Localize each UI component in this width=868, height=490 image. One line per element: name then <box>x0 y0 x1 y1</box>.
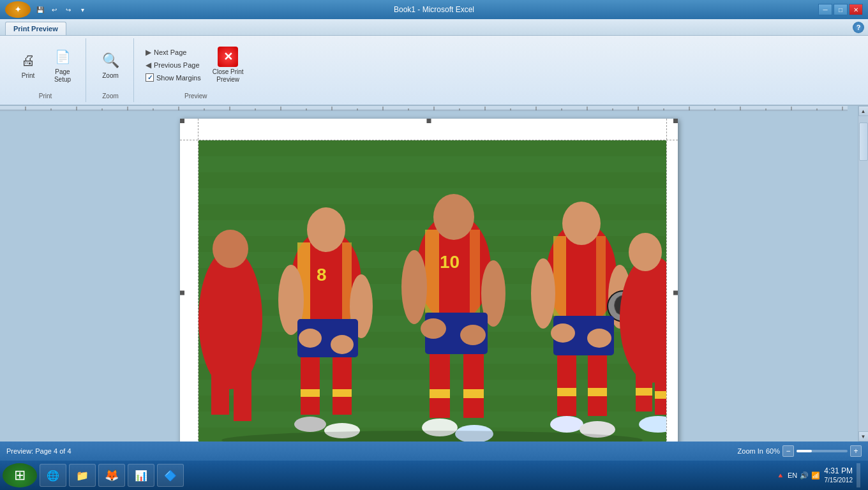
edge-top-mid <box>427 119 431 123</box>
volume-icon: 🔊 <box>800 471 809 480</box>
status-bar: Preview: Page 4 of 4 Zoom In 60% − + <box>0 442 868 461</box>
show-desktop-button[interactable] <box>857 463 860 487</box>
svg-point-99 <box>629 233 662 271</box>
svg-rect-62 <box>425 230 439 313</box>
page-setup-icon: 📄 <box>52 47 73 67</box>
title-bar-left: ✦ 💾 ↩ ↪ ▾ <box>5 1 88 18</box>
corner-tr <box>673 119 678 123</box>
tab-print-preview[interactable]: Print Preview <box>5 22 66 35</box>
print-group-label: Print <box>39 90 52 100</box>
zoom-label: Zoom <box>102 72 119 80</box>
status-right: Zoom In 60% − + <box>738 445 862 457</box>
scroll-up-button[interactable]: ▲ <box>858 106 869 116</box>
show-margins-toggle[interactable]: ✓ Show Margins <box>143 72 204 83</box>
svg-rect-103 <box>655 391 666 399</box>
svg-point-59 <box>299 329 322 348</box>
edge-right-mid <box>673 290 678 295</box>
soccer-image: 8 <box>198 140 666 442</box>
close-print-preview-button[interactable]: ✕ Close Print Preview <box>207 44 249 86</box>
windows-icon: ⊞ <box>14 467 26 484</box>
svg-rect-89 <box>588 388 607 396</box>
next-page-button[interactable]: ▶ Next Page <box>143 47 204 58</box>
redo-button[interactable]: ↪ <box>63 4 74 15</box>
svg-point-94 <box>198 249 262 389</box>
svg-rect-101 <box>655 360 666 415</box>
svg-rect-56 <box>333 389 352 397</box>
corner-tl <box>180 119 184 123</box>
ie-icon: 🌐 <box>45 468 61 483</box>
svg-rect-69 <box>430 354 450 418</box>
taskbar-explorer-files[interactable]: 📁 <box>69 464 96 487</box>
main-area: 8 <box>0 106 868 442</box>
zoom-out-button[interactable]: − <box>782 445 794 457</box>
svg-point-90 <box>550 416 583 433</box>
svg-rect-36 <box>198 172 666 188</box>
taskbar-firefox[interactable]: 🦊 <box>98 464 125 487</box>
svg-point-76 <box>460 325 486 345</box>
zoom-control: Zoom In 60% − + <box>738 445 862 457</box>
network-status-icon: 📶 <box>811 471 820 480</box>
maximize-button[interactable]: □ <box>834 4 848 15</box>
scroll-track <box>858 116 869 431</box>
system-tray: 🔺 EN 🔊 📶 <box>776 471 820 480</box>
zoom-button[interactable]: 🔍 Zoom <box>95 48 126 82</box>
page-with-ruler: 8 <box>180 116 678 442</box>
zoom-percent: 60% <box>766 447 780 455</box>
svg-point-75 <box>421 318 446 339</box>
svg-rect-78 <box>553 236 566 316</box>
clock-date: 7/15/2012 <box>824 476 853 484</box>
previous-page-button[interactable]: ◀ Previous Page <box>143 59 204 71</box>
svg-point-95 <box>213 230 248 268</box>
svg-point-80 <box>562 202 601 245</box>
svg-text:10: 10 <box>440 252 460 272</box>
zoom-slider-fill <box>797 450 812 452</box>
taskbar-right: 🔺 EN 🔊 📶 4:31 PM 7/15/2012 <box>776 463 865 487</box>
svg-rect-97 <box>234 364 251 421</box>
vertical-scrollbar[interactable]: ▲ ▼ <box>858 106 868 442</box>
taskbar-ie[interactable]: 🌐 <box>40 464 66 487</box>
start-button[interactable]: ⊞ <box>3 463 37 487</box>
undo-button[interactable]: ↩ <box>49 4 60 15</box>
explorer-icon: 📁 <box>75 468 90 483</box>
svg-rect-86 <box>557 355 576 416</box>
customize-button[interactable]: ▾ <box>77 4 88 15</box>
previous-page-label: Previous Page <box>154 61 200 69</box>
show-margins-label: Show Margins <box>156 74 201 82</box>
close-preview-label: Close Print Preview <box>213 68 244 84</box>
svg-rect-96 <box>211 357 229 415</box>
print-button[interactable]: 🖨 Print <box>13 48 43 82</box>
taskbar-app5[interactable]: 🔷 <box>157 464 184 487</box>
taskbar-excel[interactable]: 📊 <box>128 464 154 487</box>
zoom-group-label: Zoom <box>102 90 119 100</box>
svg-point-81 <box>531 258 555 329</box>
save-button[interactable]: 💾 <box>34 4 46 15</box>
taskbar: ⊞ 🌐 📁 🦊 📊 🔷 🔺 EN 🔊 📶 4:31 PM 7/15/2012 <box>0 461 868 490</box>
zoom-slider[interactable] <box>797 450 848 452</box>
svg-rect-53 <box>301 357 320 415</box>
help-button[interactable]: ? <box>853 22 864 33</box>
zoom-in-button[interactable]: + <box>850 445 862 457</box>
svg-text:8: 8 <box>317 265 327 285</box>
office-button[interactable]: ✦ <box>5 1 31 18</box>
svg-rect-70 <box>463 354 484 418</box>
ruler-ticks <box>0 106 848 110</box>
edge-left-mid <box>180 290 184 295</box>
svg-rect-87 <box>588 355 607 416</box>
svg-rect-63 <box>470 230 480 313</box>
close-button[interactable]: ✕ <box>849 4 863 15</box>
page-setup-button[interactable]: 📄 Page Setup <box>47 44 78 86</box>
ribbon-content: 🖨 Print 📄 Page Setup Print 🔍 Zoom Zoom ▶ <box>0 36 868 106</box>
clock: 4:31 PM 7/15/2012 <box>824 466 853 485</box>
zoom-icon: 🔍 <box>100 50 121 71</box>
preview-group-buttons: ▶ Next Page ◀ Previous Page ✓ Show Margi… <box>143 41 249 89</box>
scroll-thumb[interactable] <box>859 122 868 161</box>
print-icon: 🖨 <box>18 50 38 71</box>
preview-area: 8 <box>0 106 858 442</box>
clock-time: 4:31 PM <box>824 466 853 477</box>
minimize-button[interactable]: ─ <box>818 4 832 15</box>
window-controls: ─ □ ✕ <box>818 4 863 15</box>
scroll-down-button[interactable]: ▼ <box>858 431 869 442</box>
page-info: Preview: Page 4 of 4 <box>6 447 71 455</box>
ribbon-group-preview: ▶ Next Page ◀ Previous Page ✓ Show Margi… <box>135 38 257 102</box>
firefox-icon: 🦊 <box>104 468 119 483</box>
